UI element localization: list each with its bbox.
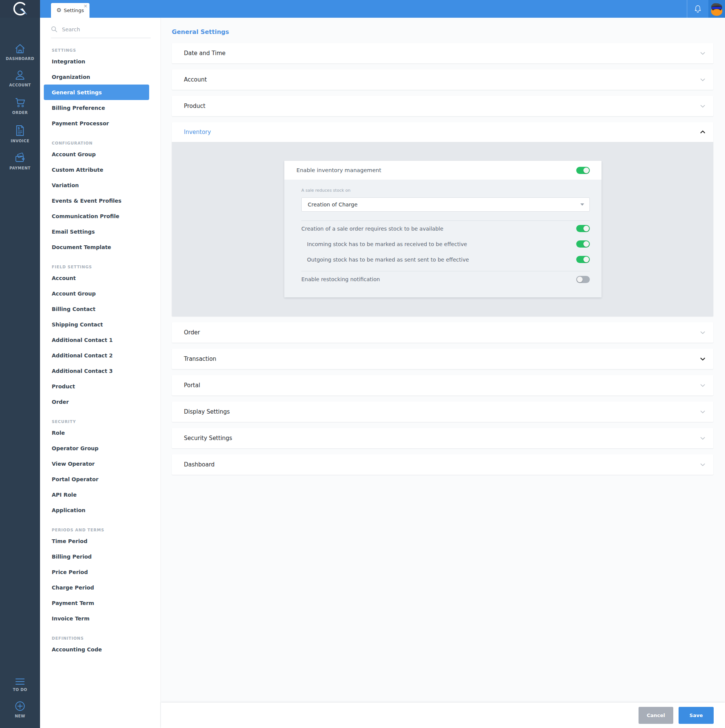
sidebar-item-payment-processor[interactable]: Payment Processor [44,115,149,131]
panel-label: Account [184,76,700,83]
user-icon [15,70,25,80]
sidebar-item-application[interactable]: Application [44,502,149,518]
nav-item-order[interactable]: ORDER [0,97,40,115]
panel-transaction: Transaction [172,349,713,369]
panel-header[interactable]: Inventory [172,122,713,142]
sidebar-item-billing-contact[interactable]: Billing Contact [44,301,149,317]
nav-item-dashboard[interactable]: DASHBOARD [0,43,40,61]
sidebar-item-document-template[interactable]: Document Template [44,239,149,255]
sidebar-item-general-settings[interactable]: General Settings [44,85,149,100]
sidebar-item-additional-contact-2[interactable]: Additional Contact 2 [44,348,149,363]
sidebar-item-integration[interactable]: Integration [44,54,149,69]
tab-settings[interactable]: ⚙ Settings × [51,3,89,18]
sidebar-item-api-role[interactable]: API Role [44,487,149,502]
chevron-down-icon [700,77,706,83]
restocking-toggle[interactable] [576,276,590,283]
logo-icon [10,2,30,17]
sidebar-item-events-event-profiles[interactable]: Events & Event Profiles [44,193,149,208]
panel-header[interactable]: Account [172,69,713,90]
nav-item-payment[interactable]: PAYMENT [0,152,40,170]
enable-inventory-row: Enable inventory management [284,161,602,180]
sidebar-item-payment-term[interactable]: Payment Term [44,595,149,611]
app-logo[interactable] [0,0,40,18]
settings-sidebar: SETTINGSIntegrationOrganizationGeneral S… [40,18,161,728]
enable-inventory-toggle[interactable] [576,167,590,174]
panel-header[interactable]: Portal [172,375,713,396]
sidebar-item-portal-operator[interactable]: Portal Operator [44,471,149,487]
inventory-panel-body: Enable inventory management A sale reduc… [172,142,713,316]
sidebar-item-custom-attribute[interactable]: Custom Attribute [44,162,149,177]
plus-icon [15,701,25,711]
panel-header[interactable]: Product [172,96,713,116]
sidebar-item-price-period[interactable]: Price Period [44,564,149,580]
sidebar-item-billing-period[interactable]: Billing Period [44,549,149,564]
sidebar-item-variation[interactable]: Variation [44,177,149,193]
sidebar-item-billing-preference[interactable]: Billing Preference [44,100,149,115]
inventory-options: A sale reduces stock on Creation of Char… [284,180,602,297]
search-input[interactable] [62,26,137,32]
panel-account: Account [172,69,713,90]
notifications-button[interactable] [687,0,708,18]
sidebar-item-account[interactable]: Account [44,270,149,286]
sidebar-item-charge-period[interactable]: Charge Period [44,580,149,595]
panel-portal: Portal [172,375,713,396]
sidebar-item-view-operator[interactable]: View Operator [44,456,149,471]
svg-text:$: $ [18,127,20,130]
sidebar-item-email-settings[interactable]: Email Settings [44,224,149,239]
inventory-toggle-rows: Creation of a sale order requires stock … [301,221,590,267]
sidebar-item-role[interactable]: Role [44,425,149,440]
option-toggle[interactable] [576,225,590,232]
tab-label: Settings [64,8,84,13]
bell-icon [694,5,702,13]
sidebar-item-organization[interactable]: Organization [44,69,149,85]
sidebar-item-account-group[interactable]: Account Group [44,146,149,162]
panel-header[interactable]: Display Settings [172,402,713,422]
save-button[interactable]: Save [679,707,714,724]
sidebar-section-header: FIELD SETTINGS [52,263,160,270]
nav-item-account[interactable]: ACCOUNT [0,70,40,87]
gear-icon: ⚙ [57,8,62,13]
panel-header[interactable]: Security Settings [172,428,713,448]
sidebar-item-communication-profile[interactable]: Communication Profile [44,208,149,224]
panel-header[interactable]: Date and Time [172,43,713,63]
tab-close-icon[interactable]: × [83,3,88,8]
sidebar-section-header: DEFINITIONS [52,635,160,642]
action-footer: Cancel Save [161,703,725,728]
nav-item-label: ORDER [12,111,28,115]
option-label: Incoming stock has to be marked as recei… [301,241,576,247]
sidebar-item-shipping-contact[interactable]: Shipping Contact [44,317,149,332]
panel-label: Date and Time [184,50,700,57]
option-toggle[interactable] [576,256,590,263]
nav-item-new[interactable]: NEW [0,701,40,718]
sidebar-item-operator-group[interactable]: Operator Group [44,440,149,456]
nav-item-invoice[interactable]: $INVOICE [0,125,40,143]
reduce-stock-select[interactable]: Creation of Charge [301,197,590,212]
nav-item-label: DASHBOARD [6,57,34,61]
panel-header[interactable]: Transaction [172,349,713,369]
nav-item-to-do[interactable]: TO DO [0,678,40,692]
panel-header[interactable]: Dashboard [172,454,713,475]
restocking-label: Enable restocking notification [301,276,576,282]
sidebar-section-header: PERIODS AND TERMS [52,526,160,533]
sidebar-item-accounting-code[interactable]: Accounting Code [44,642,149,657]
cancel-button[interactable]: Cancel [639,707,673,724]
caret-down-icon [580,203,584,206]
sidebar-item-order[interactable]: Order [44,394,149,409]
sidebar-section-header: SETTINGS [52,47,160,54]
sidebar-item-product[interactable]: Product [44,379,149,394]
sidebar-list: SETTINGSIntegrationOrganizationGeneral S… [40,47,160,657]
page-title: General Settings [172,28,713,36]
chevron-down-icon [700,356,706,362]
panel-label: Dashboard [184,461,700,468]
chevron-down-icon [700,329,706,336]
penguin-avatar-icon [709,2,724,17]
sidebar-item-time-period[interactable]: Time Period [44,533,149,549]
sidebar-item-account-group[interactable]: Account Group [44,286,149,301]
home-icon [14,43,26,54]
option-toggle[interactable] [576,240,590,248]
sidebar-item-additional-contact-1[interactable]: Additional Contact 1 [44,332,149,348]
sidebar-item-invoice-term[interactable]: Invoice Term [44,611,149,626]
user-avatar[interactable] [708,0,725,18]
panel-header[interactable]: Order [172,322,713,343]
sidebar-item-additional-contact-3[interactable]: Additional Contact 3 [44,363,149,379]
